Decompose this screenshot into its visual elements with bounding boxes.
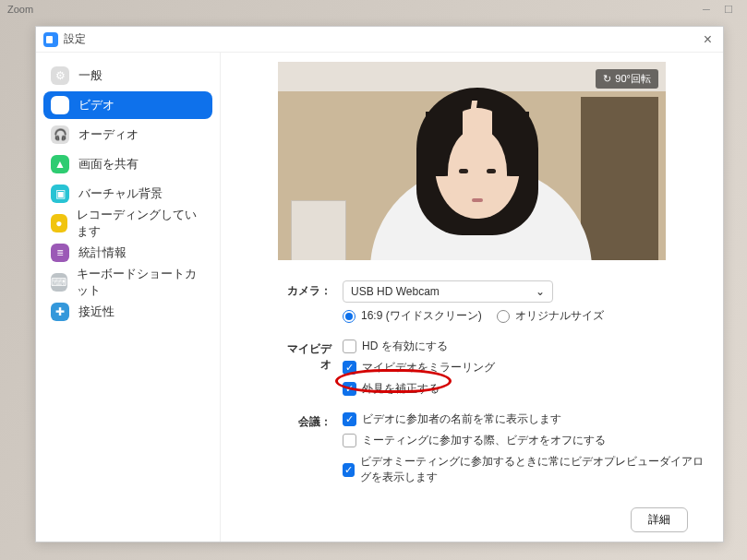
svg-rect-0 bbox=[54, 101, 62, 109]
mirror-checkbox[interactable]: マイビデオをミラーリング bbox=[343, 360, 705, 375]
sidebar-item-audio[interactable]: 🎧 オーディオ bbox=[43, 121, 212, 149]
sidebar-item-label: オーディオ bbox=[78, 126, 139, 143]
hd-checkbox[interactable]: HD を有効にする bbox=[343, 339, 705, 354]
checkbox-on-icon bbox=[343, 463, 355, 477]
sidebar-item-recording[interactable]: ● レコーディングしています bbox=[43, 209, 212, 237]
checkbox-label: ミーティングに参加する際、ビデオをオフにする bbox=[362, 433, 606, 448]
os-titlebar: Zoom ─ ☐ bbox=[0, 0, 747, 18]
sidebar-item-label: 統計情報 bbox=[78, 244, 127, 261]
radio-off-icon bbox=[497, 310, 510, 323]
record-icon: ● bbox=[51, 214, 67, 232]
sidebar-item-share[interactable]: ▲ 画面を共有 bbox=[43, 150, 212, 178]
aspect-wide-radio[interactable]: 16:9 (ワイドスクリーン) bbox=[343, 308, 482, 324]
rotate-button[interactable]: ↻ 90°回転 bbox=[596, 69, 658, 89]
sidebar-item-label: キーボードショートカット bbox=[77, 266, 205, 299]
button-label: 詳細 bbox=[648, 513, 670, 526]
preview-scene bbox=[278, 62, 666, 260]
camera-select[interactable]: USB HD Webcam ⌄ bbox=[343, 280, 553, 303]
sidebar-item-label: 一般 bbox=[78, 67, 102, 84]
chevron-down-icon: ⌄ bbox=[536, 285, 545, 298]
checkbox-on-icon bbox=[343, 382, 356, 396]
checkbox-off-icon bbox=[343, 340, 356, 353]
keyboard-icon: ⌨ bbox=[51, 273, 67, 292]
sidebar-item-label: ビデオ bbox=[78, 97, 114, 113]
image-icon: ▣ bbox=[51, 185, 69, 203]
myvideo-label: マイビデオ bbox=[278, 339, 343, 402]
sidebar-item-label: レコーディングしています bbox=[77, 207, 205, 240]
show-names-checkbox[interactable]: ビデオに参加者の名前を常に表示します bbox=[343, 411, 705, 427]
rotate-icon: ↻ bbox=[603, 73, 611, 85]
radio-label: 16:9 (ワイドスクリーン) bbox=[361, 308, 482, 324]
maximize-icon[interactable]: ☐ bbox=[717, 4, 740, 16]
dialog-header: 設定 × bbox=[36, 27, 723, 53]
checkbox-on-icon bbox=[343, 361, 356, 375]
checkbox-off-icon bbox=[343, 434, 356, 447]
stats-icon: ≡ bbox=[51, 244, 69, 262]
close-icon[interactable]: × bbox=[700, 31, 716, 48]
checkbox-label: HD を有効にする bbox=[362, 339, 448, 354]
dialog-title: 設定 bbox=[64, 31, 86, 47]
settings-sidebar: ⚙ 一般 ビデオ 🎧 オーディオ ▲ 画面を共有 ▣ バーチャル背景 bbox=[36, 53, 221, 542]
headphones-icon: 🎧 bbox=[51, 125, 69, 144]
checkbox-label: マイビデオをミラーリング bbox=[362, 360, 495, 375]
minimize-icon[interactable]: ─ bbox=[695, 4, 717, 15]
advanced-button[interactable]: 詳細 bbox=[631, 507, 688, 532]
app-title: Zoom bbox=[7, 4, 33, 15]
sidebar-item-accessibility[interactable]: ✚ 接近性 bbox=[43, 298, 212, 326]
sidebar-item-label: バーチャル背景 bbox=[78, 185, 163, 202]
video-settings-form: カメラ： USB HD Webcam ⌄ 16:9 (ワイドスクリーン) bbox=[278, 280, 705, 500]
sidebar-item-virtual-bg[interactable]: ▣ バーチャル背景 bbox=[43, 180, 212, 208]
video-off-join-checkbox[interactable]: ミーティングに参加する際、ビデオをオフにする bbox=[343, 433, 705, 448]
checkbox-label: ビデオに参加者の名前を常に表示します bbox=[362, 411, 561, 427]
rotate-label: 90°回転 bbox=[615, 72, 651, 86]
aspect-original-radio[interactable]: オリジナルサイズ bbox=[497, 308, 604, 324]
share-screen-icon: ▲ bbox=[51, 155, 69, 173]
video-preview: ↻ 90°回転 bbox=[278, 62, 666, 260]
camera-label: カメラ： bbox=[278, 280, 343, 329]
camera-value: USB HD Webcam bbox=[351, 285, 440, 298]
accessibility-icon: ✚ bbox=[51, 303, 69, 321]
radio-label: オリジナルサイズ bbox=[515, 308, 604, 324]
checkbox-label: ビデオミーティングに参加するときに常にビデオプレビューダイアログを表示します bbox=[360, 454, 705, 485]
checkbox-on-icon bbox=[343, 412, 356, 426]
sidebar-item-keyboard[interactable]: ⌨ キーボードショートカット bbox=[43, 268, 212, 296]
sidebar-item-label: 画面を共有 bbox=[78, 156, 139, 173]
video-icon bbox=[51, 96, 69, 114]
gear-icon: ⚙ bbox=[51, 66, 69, 85]
sidebar-item-label: 接近性 bbox=[78, 304, 114, 320]
radio-on-icon bbox=[343, 310, 355, 323]
preview-dialog-checkbox[interactable]: ビデオミーティングに参加するときに常にビデオプレビューダイアログを表示します bbox=[343, 454, 705, 485]
sidebar-item-general[interactable]: ⚙ 一般 bbox=[43, 62, 212, 89]
settings-dialog: 設定 × ⚙ 一般 ビデオ 🎧 オーディオ ▲ 画面を共有 bbox=[35, 26, 724, 542]
meeting-label: 会議： bbox=[278, 411, 343, 491]
checkbox-label: 外見を補正する bbox=[362, 381, 440, 397]
sidebar-item-video[interactable]: ビデオ bbox=[43, 91, 212, 119]
touchup-checkbox[interactable]: 外見を補正する bbox=[343, 381, 705, 397]
settings-content: ↻ 90°回転 カメラ： USB HD Webcam ⌄ bbox=[221, 53, 723, 542]
zoom-icon bbox=[43, 32, 58, 47]
sidebar-item-stats[interactable]: ≡ 統計情報 bbox=[43, 239, 212, 267]
